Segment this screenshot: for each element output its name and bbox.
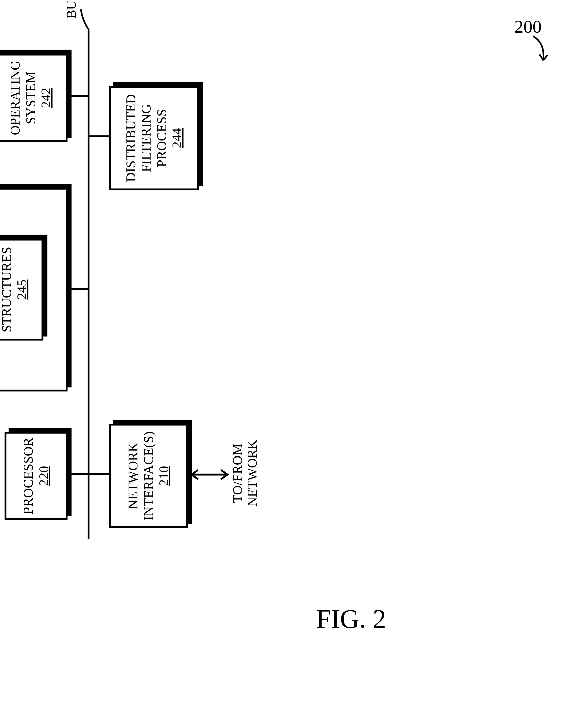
reference-pointer-icon (530, 35, 552, 67)
os-number: 242 (38, 88, 54, 108)
bus-line (88, 29, 89, 539)
bus-pointer-icon (80, 5, 98, 32)
os-label-1: OPERATING (7, 61, 23, 135)
diagram-canvas: 200 BUS 250 PROCESSOR 220 (0, 0, 588, 721)
dist-label-3: PROCESS (154, 109, 170, 167)
netif-number: 210 (156, 466, 172, 486)
data-structures-block: DATA STRUCTURES 245 (0, 239, 43, 341)
bus-label: BUS 250 (63, 0, 79, 19)
double-arrow-icon (189, 468, 230, 481)
bus-label-text: BUS 250 (64, 0, 79, 19)
dist-label-1: DISTRIBUTED (123, 94, 139, 182)
figure-caption: FIG. 2 (316, 603, 386, 634)
to-from-network-label: TO/FROM NETWORK (230, 440, 259, 507)
data-structures-label-2: STRUCTURES (0, 247, 14, 333)
dist-number: 244 (169, 128, 185, 148)
data-structures-number: 245 (14, 280, 30, 300)
processor-block: PROCESSOR 220 (4, 432, 67, 520)
tofrom-line2: NETWORK (245, 440, 259, 507)
tofrom-line1: TO/FROM (230, 440, 245, 507)
reference-number-text: 200 (514, 16, 542, 37)
os-label-2: SYSTEM (23, 71, 39, 124)
distributed-filtering-block: DISTRIBUTED FILTERING PROCESS 244 (109, 86, 199, 191)
connector (88, 473, 111, 475)
reference-number-200: 200 (514, 16, 542, 37)
netif-label-1: NETWORK (125, 442, 141, 509)
network-interfaces-block: NETWORK INTERFACE(S) 210 (109, 424, 188, 528)
figure-caption-text: FIG. 2 (316, 604, 386, 634)
netif-label-2: INTERFACE(S) (141, 432, 156, 520)
operating-system-block: OPERATING SYSTEM 242 (0, 54, 67, 142)
processor-label: PROCESSOR (21, 438, 36, 514)
processor-number: 220 (36, 466, 52, 486)
connector (88, 135, 111, 137)
dist-label-2: FILTERING (139, 104, 154, 172)
